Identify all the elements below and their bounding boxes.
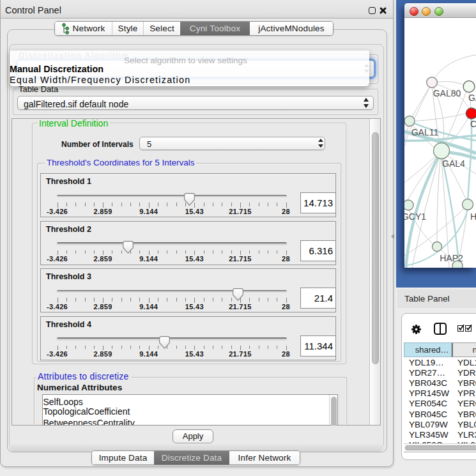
svg-text:GAL80: GAL80 <box>433 88 461 98</box>
svg-text:GCY1: GCY1 <box>404 211 426 222</box>
svg-text:GA: GA <box>468 93 476 103</box>
svg-text:GAL4: GAL4 <box>442 158 465 169</box>
svg-text:H: H <box>470 211 476 222</box>
svg-text:C: C <box>470 119 476 129</box>
svg-text:GAL11: GAL11 <box>411 127 439 137</box>
svg-text:HAP2: HAP2 <box>440 253 463 263</box>
